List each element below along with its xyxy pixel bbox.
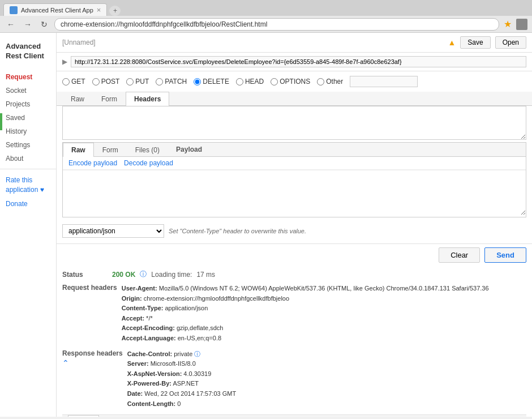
loading-label: Loading time: (151, 271, 192, 279)
collapse-response-headers-button[interactable]: ⌃ (62, 358, 123, 367)
sidebar-item-history[interactable]: History (0, 125, 56, 138)
sidebar-divider (0, 169, 56, 169)
response-tab-bar: Raw Response (62, 414, 526, 417)
reload-button[interactable]: ↻ (38, 19, 50, 30)
request-headers-row: Request headers User-Agent: Mozilla/5.0 … (62, 283, 526, 345)
payload-tab-bar: Raw Form Files (0) Payload (63, 143, 526, 157)
decode-payload-link[interactable]: Decode payload (124, 159, 173, 167)
method-options[interactable]: OPTIONS (271, 78, 310, 85)
method-patch[interactable]: PATCH (156, 78, 187, 85)
request-headers-values: User-Agent: Mozilla/5.0 (Windows NT 6.2;… (122, 284, 526, 344)
request-headers-label: Request headers (62, 284, 117, 292)
content-type-row: application/json application/xml text/pl… (57, 222, 532, 240)
status-code: 200 OK (112, 271, 135, 279)
payload-section: Raw Form Files (0) Payload Encode payloa… (62, 142, 526, 217)
bookmark-star-icon[interactable]: ★ (504, 19, 512, 29)
url-input[interactable] (71, 56, 526, 67)
sidebar-item-request[interactable]: Request (0, 70, 56, 84)
tab-close-button[interactable]: × (97, 6, 101, 14)
google-drive-icon: ▲ (448, 38, 456, 47)
methods-row: GET POST PUT PATCH DELETE HEAD OPTIONS (57, 71, 532, 92)
status-label: Status (62, 271, 108, 279)
payload-tab-raw[interactable]: Raw (63, 143, 94, 157)
headers-tab-raw[interactable]: Raw (62, 92, 93, 106)
sidebar: Advanced Rest Client Request Socket Proj… (0, 33, 57, 417)
payload-tab-files[interactable]: Files (0) (127, 143, 168, 157)
main-content: [Unnamed] ▲ Save Open ▶ GET POST PUT PAT… (57, 33, 532, 417)
sidebar-item-projects[interactable]: Projects (0, 97, 56, 111)
response-tab-raw[interactable]: Raw (68, 415, 99, 417)
response-headers-values: Cache-Control: private ⓘ Server: Microso… (127, 349, 526, 409)
app-logo: Advanced Rest Client (0, 37, 56, 70)
method-delete[interactable]: DELETE (194, 78, 229, 85)
clear-button[interactable]: Clear (439, 247, 480, 263)
sidebar-item-saved[interactable]: Saved (0, 111, 56, 125)
response-headers-row: Response headers ⌃ Cache-Control: privat… (62, 348, 526, 411)
encode-payload-link[interactable]: Encode payload (68, 159, 117, 167)
response-section: Status 200 OK ⓘ Loading time: 17 ms Requ… (57, 266, 532, 417)
headers-content-area[interactable] (62, 106, 526, 140)
send-button[interactable]: Send (484, 247, 526, 263)
method-head[interactable]: HEAD (236, 78, 264, 85)
headers-tab-headers[interactable]: Headers (126, 92, 169, 106)
payload-label: Payload (168, 143, 210, 156)
url-row: ▶ (57, 53, 532, 71)
save-button[interactable]: Save (460, 36, 490, 49)
status-row: Status 200 OK ⓘ Loading time: 17 ms (62, 266, 526, 283)
action-row: Clear Send (57, 243, 532, 266)
left-accent-bar (0, 113, 2, 130)
tab-title: Advanced Rest Client App (21, 7, 93, 14)
response-section-label: Response (99, 415, 147, 417)
encode-row: Encode payload Decode payload (63, 157, 526, 170)
sidebar-item-socket[interactable]: Socket (0, 84, 56, 97)
sidebar-item-settings[interactable]: Settings (0, 138, 56, 152)
nav-bar: ← → ↻ ★ (0, 16, 532, 33)
loading-time: 17 ms (196, 271, 215, 279)
status-info-icon[interactable]: ⓘ (140, 270, 147, 279)
forward-button[interactable]: → (22, 19, 34, 30)
sidebar-item-about[interactable]: About (0, 152, 56, 165)
headers-tab-bar: Raw Form Headers (57, 92, 532, 106)
top-bar: [Unnamed] ▲ Save Open (57, 33, 532, 53)
unnamed-label: [Unnamed] (62, 39, 443, 46)
response-headers-label: Response headers (62, 349, 123, 357)
extension-icon (516, 19, 527, 30)
browser-tab[interactable]: Advanced Rest Client App × (3, 3, 107, 16)
method-post[interactable]: POST (92, 78, 120, 85)
url-expand-icon[interactable]: ▶ (62, 58, 67, 66)
open-button[interactable]: Open (495, 36, 526, 49)
content-type-hint: Set "Content-Type" header to overwrite t… (169, 228, 306, 234)
address-bar[interactable] (54, 18, 499, 31)
tab-icon (10, 6, 18, 14)
method-other-label: Other (326, 78, 343, 85)
payload-tab-form[interactable]: Form (94, 143, 127, 157)
payload-textarea[interactable] (63, 170, 526, 215)
method-other-input[interactable] (350, 76, 418, 87)
method-put[interactable]: PUT (126, 78, 149, 85)
donate-link[interactable]: Donate (0, 197, 56, 211)
new-tab-button[interactable]: + (109, 6, 121, 16)
content-type-select[interactable]: application/json application/xml text/pl… (62, 224, 164, 238)
method-get[interactable]: GET (62, 78, 85, 85)
method-other[interactable]: Other (317, 78, 343, 85)
app-container: Advanced Rest Client Request Socket Proj… (0, 33, 532, 417)
rate-application-link[interactable]: Rate this application ♥ (0, 173, 56, 198)
back-button[interactable]: ← (5, 19, 17, 30)
headers-tab-form[interactable]: Form (93, 92, 126, 106)
